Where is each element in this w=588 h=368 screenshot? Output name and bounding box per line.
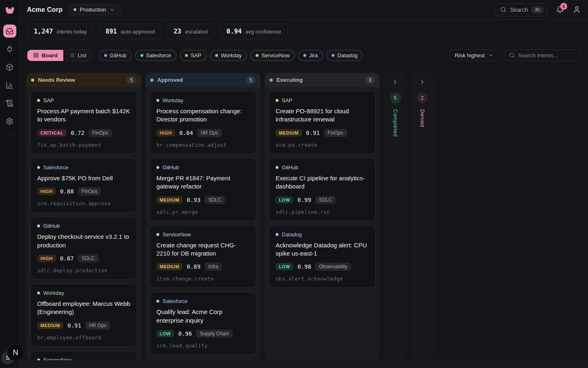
card-source-row: Workday (37, 290, 130, 296)
global-search-button[interactable]: Search ⌘/ (495, 3, 547, 16)
sidebar-item-plug[interactable] (3, 43, 16, 56)
app-window: S N Acme Corp Production Search ⌘/ 5 (0, 0, 588, 368)
expand-column-button[interactable] (390, 77, 401, 88)
filter-chip-salesforce[interactable]: Salesforce (135, 50, 176, 61)
source-dot (303, 54, 306, 57)
notifications-button[interactable]: 5 (556, 6, 564, 13)
column-count: 5 (246, 76, 256, 84)
intent-search-input[interactable] (518, 52, 575, 58)
card-source-row: Salesforce (37, 164, 130, 171)
card-title: Create PO-88921 for cloud infrastructure… (276, 107, 369, 124)
card-title: Deploy checkout-service v3.2.1 to produc… (37, 233, 130, 249)
column-title: Denied (419, 109, 425, 127)
user-menu-button[interactable] (573, 6, 581, 13)
intent-card[interactable]: SAPCreate PO-88921 for cloud infrastruct… (269, 91, 376, 154)
confidence-value: 0.89 (187, 263, 200, 270)
column-title: Completed (392, 109, 399, 137)
column-status-dot (270, 79, 273, 82)
search-icon (509, 52, 515, 58)
view-toggle-board[interactable]: Board (27, 50, 63, 61)
card-badges: HIGH0.88FinOps (37, 187, 130, 195)
card-badges: LOW0.99SDLC (276, 196, 369, 204)
view-toggle-list[interactable]: List (63, 50, 92, 61)
sidebar-item-package[interactable] (3, 61, 16, 74)
stat-pill-auto-approved: 891auto-approved (98, 24, 162, 39)
package-icon (6, 63, 13, 71)
notification-count-badge: 5 (560, 3, 567, 10)
filter-chip-workday[interactable]: Workday (210, 50, 247, 61)
intent-card[interactable]: ServiceNowCreate change request CHG-2210… (149, 225, 256, 288)
filter-chip-jira[interactable]: Jira (298, 50, 323, 61)
card-title: Offboard employee: Marcus Webb (Engineer… (37, 300, 130, 316)
filter-chip-label: Salesforce (146, 52, 171, 58)
intent-card[interactable]: SalesforceQualify lead: Acme Corp enterp… (149, 292, 256, 355)
intent-card[interactable]: DatadogAcknowledge Datadog alert: CPU sp… (269, 225, 376, 288)
card-source-row: Salesforce (156, 298, 249, 304)
card-title: Execute CI pipeline for analytics-dashbo… (276, 174, 369, 191)
source-dot (37, 292, 40, 294)
board-column-needs-review: Needs Review5SAPProcess AP payment batch… (26, 73, 141, 360)
view-label: Board (42, 52, 58, 58)
source-dot (215, 54, 218, 57)
team-badge: Observability (315, 263, 351, 271)
filter-chip-github[interactable]: GitHub (99, 50, 131, 61)
intent-card[interactable]: GitHubDeploy checkout-service v3.2.1 to … (30, 217, 137, 280)
intent-card[interactable]: GitHubMerge PR #1847: Payment gateway re… (149, 158, 256, 221)
filter-chip-sap[interactable]: SAP (180, 50, 207, 61)
company-title: Acme Corp (27, 6, 62, 13)
topbar-actions: Search ⌘/ 5 (495, 3, 581, 16)
intent-card[interactable]: ServiceNowCreate incident INC-4489 for A… (30, 351, 137, 360)
card-badges: MEDIUM0.93SDLC (156, 196, 249, 204)
column-cards: SAPCreate PO-88921 for cloud infrastruct… (265, 87, 380, 292)
source-name: Workday (43, 290, 64, 296)
sort-dropdown[interactable]: Risk highest (449, 49, 499, 61)
intent-card[interactable]: SalesforceApprove $75K PO from DellHIGH0… (30, 158, 137, 213)
source-name: ServiceNow (163, 231, 191, 238)
sidebar-item-settings[interactable] (3, 114, 16, 128)
card-source-row: ServiceNow (156, 231, 249, 238)
expand-column-button[interactable] (417, 77, 428, 88)
source-dot (332, 54, 334, 57)
sidebar-divider (5, 134, 14, 135)
action-path: hr.compensation.adjust (156, 142, 249, 148)
intent-card[interactable]: SAPProcess AP payment batch $142K to ven… (30, 91, 137, 154)
card-source-row: GitHub (37, 223, 130, 229)
intent-card[interactable]: WorkdayProcess compensation change: Dire… (149, 91, 256, 154)
board-scrollbar-track[interactable] (20, 360, 588, 368)
sidebar-item-bar-chart[interactable] (3, 79, 16, 92)
filter-chip-label: GitHub (110, 52, 126, 58)
source-dot (156, 99, 159, 102)
intent-card[interactable]: GitHubExecute CI pipeline for analytics-… (269, 158, 376, 221)
risk-badge: LOW (276, 196, 293, 204)
column-title: Executing (276, 77, 303, 83)
plug-icon (6, 45, 13, 53)
team-badge: FinOps (324, 129, 347, 137)
sidebar-item-inbox[interactable] (3, 25, 16, 38)
source-name: Datadog (282, 231, 302, 238)
source-dot (156, 300, 159, 303)
environment-selector[interactable]: Production (68, 4, 120, 15)
risk-badge: LOW (156, 330, 174, 337)
confidence-value: 0.87 (60, 255, 74, 262)
risk-badge: LOW (276, 263, 293, 270)
stat-value: 0.94 (227, 28, 242, 35)
column-count: 3 (365, 76, 375, 84)
card-badges: MEDIUM0.89Infra (156, 263, 249, 271)
card-badges: MEDIUM0.91FinOps (276, 129, 369, 137)
source-filter-chips: GitHubSalesforceSAPWorkdayServiceNowJira… (99, 50, 363, 61)
card-source-row: GitHub (276, 164, 369, 171)
card-badges: MEDIUM0.91HR Ops (37, 321, 130, 330)
intent-card[interactable]: WorkdayOffboard employee: Marcus Webb (E… (30, 284, 137, 347)
filter-chip-servicenow[interactable]: ServiceNow (250, 50, 295, 61)
source-name: GitHub (163, 164, 179, 171)
source-dot (104, 54, 107, 57)
source-dot (37, 224, 40, 227)
filter-chip-datadog[interactable]: Datadog (326, 50, 363, 61)
stat-label: intents today (57, 29, 87, 35)
source-dot (256, 54, 258, 57)
sidebar-item-scroll[interactable] (3, 96, 16, 110)
filter-chip-label: ServiceNow (261, 52, 290, 58)
column-header: Needs Review5 (26, 73, 141, 87)
column-status-dot (150, 79, 154, 82)
team-badge: Infra (205, 263, 222, 271)
